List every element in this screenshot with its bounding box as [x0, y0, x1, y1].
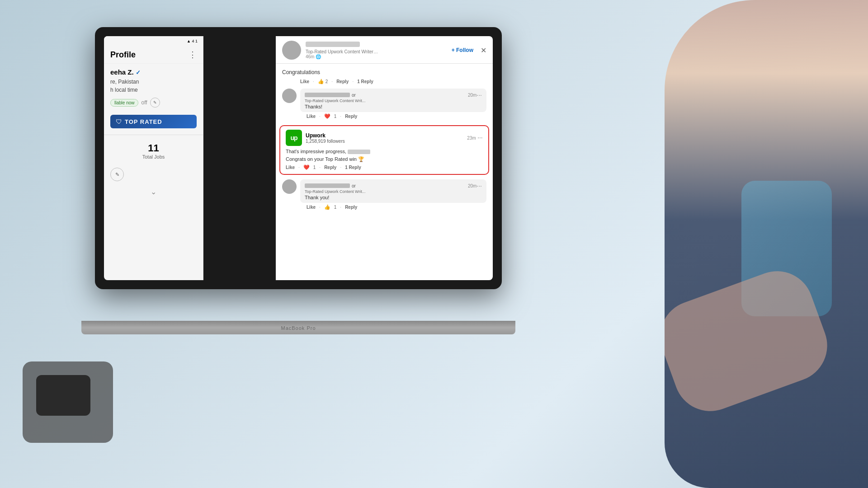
comment-author-blurred-2 — [305, 183, 350, 188]
linkedin-header: Top-Rated Upwork Content Writer ... 46m … — [276, 36, 493, 64]
comment-suffix-2: or — [352, 183, 356, 188]
comment-suffix-1: or — [352, 93, 356, 98]
comment-role-1: Top-Rated Upwork Content Writ... — [305, 99, 482, 103]
phone-header: Profile ⋮ — [104, 46, 203, 64]
comment-text-2: Thank you! — [305, 195, 482, 200]
li-user-info: Top-Rated Upwork Content Writer ... 46m … — [306, 42, 447, 59]
li-username — [306, 42, 378, 48]
signal-icon: ▲ 4 1 — [187, 39, 198, 43]
like-action[interactable]: Like — [300, 79, 309, 84]
comment-menu-2[interactable]: ··· — [476, 182, 482, 189]
divider — [104, 135, 203, 135]
total-jobs-label: Total Jobs — [110, 154, 197, 160]
heart-icon-1: ❤️ — [324, 113, 330, 119]
upwork-like-count: 1 — [313, 165, 316, 170]
profile-name: eeha Z. ✓ — [104, 64, 203, 78]
edit-row: ✎ — [104, 164, 203, 185]
upwork-menu-dots[interactable]: ··· — [478, 136, 483, 141]
chevron-down-icon[interactable]: ⌄ — [151, 188, 156, 196]
like-count: 2 — [326, 79, 328, 84]
thumbs-up-icon-2: 👍 — [324, 204, 330, 210]
comment-top-2: or 20m ··· Top-Rated Upwork Content Writ… — [282, 179, 486, 203]
dark-middle-panel — [203, 36, 276, 280]
upwork-actions: Like · ❤️ 1 · Reply · 1 Reply — [286, 163, 483, 170]
replies-count[interactable]: 1 Reply — [357, 79, 373, 84]
thumbs-up-icon: 👍 — [318, 79, 324, 84]
comment-avatar-1 — [282, 89, 297, 103]
comment-time-2: 20m — [465, 183, 476, 188]
comment-top: or 20m ··· Top-Rated Upwork Content Writ… — [282, 89, 486, 112]
edit-pencil-button[interactable]: ✎ — [110, 168, 124, 181]
reply-action[interactable]: Reply — [336, 79, 349, 84]
upwork-reply[interactable]: Reply — [324, 165, 336, 170]
close-button[interactable]: ✕ — [481, 46, 486, 55]
linkedin-panel: Top-Rated Upwork Content Writer ... 46m … — [276, 36, 493, 280]
like-count-area: 👍 2 — [318, 79, 328, 84]
comment-bubble-2: or 20m ··· Top-Rated Upwork Content Writ… — [300, 179, 486, 203]
comment-menu-1[interactable]: ··· — [476, 91, 482, 99]
upwork-like[interactable]: Like — [286, 165, 295, 170]
top-rated-label: TOP RATED — [125, 118, 162, 125]
comment-time-1: 20m — [465, 93, 476, 98]
li-post-time: 46m 🌐 — [306, 54, 447, 59]
phone-menu-dots[interactable]: ⋮ — [189, 50, 197, 60]
availability-off: off — [141, 99, 147, 106]
comment2-like[interactable]: Like — [307, 205, 316, 210]
upwork-company-name: Upwork — [306, 132, 467, 139]
congrats-post-text: Congratulations — [276, 67, 493, 77]
heart-icon-upwork: ❤️ — [303, 164, 310, 170]
globe-icon: 🌐 — [316, 54, 321, 59]
li-user-avatar — [282, 41, 301, 60]
phone-panel: ▲ 4 1 Profile ⋮ eeha Z. ✓ re, Pakistan h… — [104, 36, 203, 280]
follow-button[interactable]: + Follow — [452, 47, 473, 53]
location: re, Pakistan — [104, 78, 203, 86]
upwork-followers: 1,258,919 followers — [306, 139, 467, 144]
laptop: ▲ 4 1 Profile ⋮ eeha Z. ✓ re, Pakistan h… — [95, 27, 502, 334]
laptop-screen: ▲ 4 1 Profile ⋮ eeha Z. ✓ re, Pakistan h… — [104, 36, 493, 280]
profile-title: Profile — [110, 50, 136, 60]
comment-item-thankyou: or 20m ··· Top-Rated Upwork Content Writ… — [276, 177, 493, 214]
comment2-reply[interactable]: Reply — [345, 205, 357, 210]
comment-author-blurred-1 — [305, 93, 350, 97]
username-blurred — [306, 42, 360, 47]
comment1-like[interactable]: Like — [307, 114, 316, 119]
comment2-actions: Like · 👍 1 · Reply — [282, 203, 486, 211]
upwork-replies-count[interactable]: 1 Reply — [345, 165, 361, 170]
comment1-actions: Like · ❤️ 1 · Reply — [282, 112, 486, 121]
comment-role-2: Top-Rated Upwork Content Writ... — [305, 189, 482, 194]
status-bar: ▲ 4 1 — [104, 36, 203, 46]
upwork-header-row: up Upwork 1,258,919 followers 23m ··· — [286, 130, 483, 146]
person-area — [665, 0, 868, 488]
edit-availability-button[interactable]: ✎ — [150, 98, 160, 108]
upwork-info: Upwork 1,258,919 followers — [302, 132, 467, 144]
comment-item-thanks: or 20m ··· Top-Rated Upwork Content Writ… — [276, 86, 493, 123]
upwork-time-area: 23m ··· — [467, 136, 483, 141]
comment2-like-count: 1 — [334, 205, 337, 210]
comment-header-1: or 20m ··· — [305, 91, 482, 99]
total-jobs-section: 11 Total Jobs — [104, 138, 203, 164]
availability-badge[interactable]: llable now — [110, 99, 138, 107]
comment1-like-count: 1 — [334, 114, 337, 119]
comment-bubble-1: or 20m ··· Top-Rated Upwork Content Writ… — [300, 89, 486, 112]
shield-icon: 🛡 — [116, 118, 122, 125]
laptop-brand-label: MacBook Pro — [281, 325, 316, 331]
upwork-logo-text: up — [290, 134, 297, 141]
camera-shape — [36, 375, 90, 416]
chevron-down-row: ⌄ — [104, 185, 203, 199]
upwork-comment-inner: up Upwork 1,258,919 followers 23m ··· — [280, 126, 488, 174]
upwork-time: 23m — [467, 136, 476, 141]
verified-icon: ✓ — [136, 69, 141, 76]
comments-area: Congratulations Like · 👍 2 · Reply · 1 R… — [276, 64, 493, 280]
laptop-base: MacBook Pro — [81, 321, 515, 334]
comment-avatar-2 — [282, 179, 297, 194]
total-jobs-number: 11 — [110, 142, 197, 154]
comment-text-1: Thanks! — [305, 104, 482, 109]
comment-header-2: or 20m ··· — [305, 182, 482, 189]
comment1-reply[interactable]: Reply — [345, 114, 357, 119]
upwork-comment-highlighted: up Upwork 1,258,919 followers 23m ··· — [279, 125, 489, 175]
top-rated-bar: 🛡 TOP RATED — [110, 115, 197, 128]
availability-row: llable now off ✎ — [104, 94, 203, 111]
upwork-message: That's impressive progress, Congrats on … — [286, 148, 483, 163]
li-username-full: Top-Rated Upwork Content Writer ... — [306, 49, 378, 54]
local-time: h local time — [104, 86, 203, 94]
